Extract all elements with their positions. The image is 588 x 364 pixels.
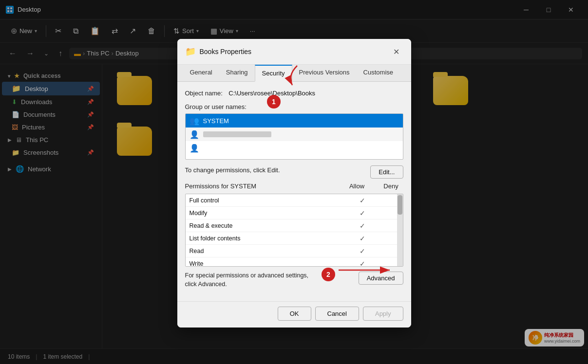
change-perm-row: To change permissions, click Edit. Edit.… (185, 165, 403, 179)
dialog-close-button[interactable]: ✕ (390, 45, 403, 58)
dialog-title: Books Properties (200, 48, 386, 55)
perm-col-headers: Allow Deny (345, 182, 403, 190)
perm-row-modify: Modify ✓ (186, 207, 403, 219)
dialog-overlay: 📁 Books Properties ✕ General Sharing Sec… (0, 0, 588, 364)
perm-row-read-execute: Read & execute ✓ (186, 219, 403, 232)
perm-name-read-execute: Read & execute (190, 222, 350, 229)
group-item-system[interactable]: 👥 SYSTEM (186, 114, 403, 127)
tab-general[interactable]: General (183, 65, 219, 82)
perm-scrollbar[interactable] (397, 194, 403, 266)
group-label-system: SYSTEM (203, 117, 229, 125)
allow-col-header: Allow (345, 182, 369, 190)
group-label-2 (203, 131, 271, 137)
perm-name-read: Read (190, 248, 350, 255)
group-names-field: Group or user names: 👥 SYSTEM 👤 👤 (185, 103, 403, 160)
advanced-desc: For special permissions or advanced sett… (185, 272, 322, 289)
user-icon-3: 👤 (190, 144, 199, 153)
perm-row-full-control: Full control ✓ (186, 194, 403, 207)
perm-name-modify: Modify (190, 210, 350, 217)
perm-name-full-control: Full control (190, 197, 350, 204)
perm-allow-read-execute: ✓ (350, 222, 375, 230)
step2-label: 2 (326, 271, 330, 278)
ok-button[interactable]: OK (278, 307, 311, 321)
group-item-3[interactable]: 👤 (186, 141, 403, 155)
step-badge-2: 2 (322, 268, 335, 281)
dialog-titlebar: 📁 Books Properties ✕ (177, 39, 411, 65)
security-tab-arrow (283, 63, 312, 88)
perm-allow-read: ✓ (350, 247, 375, 255)
tab-customise[interactable]: Customise (357, 65, 400, 82)
cancel-button[interactable]: Cancel (315, 307, 359, 321)
deny-col-header: Deny (379, 182, 403, 190)
user-icon-2: 👤 (190, 130, 199, 139)
perm-name-write: Write (190, 260, 350, 267)
perm-allow-modify: ✓ (350, 209, 375, 217)
dialog-footer: OK Cancel Apply (177, 301, 411, 328)
dialog-folder-icon: 📁 (185, 46, 196, 57)
perm-row-read: Read ✓ (186, 245, 403, 257)
user-icon-system: 👥 (190, 116, 199, 126)
group-section-label: Group or user names: (185, 103, 403, 110)
apply-button[interactable]: Apply (363, 307, 403, 321)
permissions-label: Permissions for SYSTEM (185, 182, 257, 190)
permissions-list: Full control ✓ Modify ✓ Read & execute ✓… (185, 194, 403, 267)
group-item-2[interactable]: 👤 (186, 127, 403, 141)
tab-sharing[interactable]: Sharing (219, 65, 255, 82)
perm-name-list-folder: List folder contents (190, 235, 350, 242)
group-list: 👥 SYSTEM 👤 👤 (185, 113, 403, 160)
step-badge-1: 1 (267, 95, 281, 109)
object-name-label: Object name: (185, 90, 223, 97)
edit-button[interactable]: Edit... (370, 165, 403, 179)
change-perm-text: To change permissions, click Edit. (185, 166, 280, 174)
perm-allow-full-control: ✓ (350, 197, 375, 204)
step2-arrow (336, 260, 395, 280)
permissions-header: Permissions for SYSTEM Allow Deny (185, 182, 403, 190)
step1-label: 1 (272, 98, 276, 106)
perm-scrollbar-thumb (398, 195, 402, 215)
perm-row-list-folder: List folder contents ✓ (186, 232, 403, 245)
perm-allow-list-folder: ✓ (350, 235, 375, 242)
object-name-field: Object name: C:\Users\rosee\Desktop\Book… (185, 89, 403, 97)
